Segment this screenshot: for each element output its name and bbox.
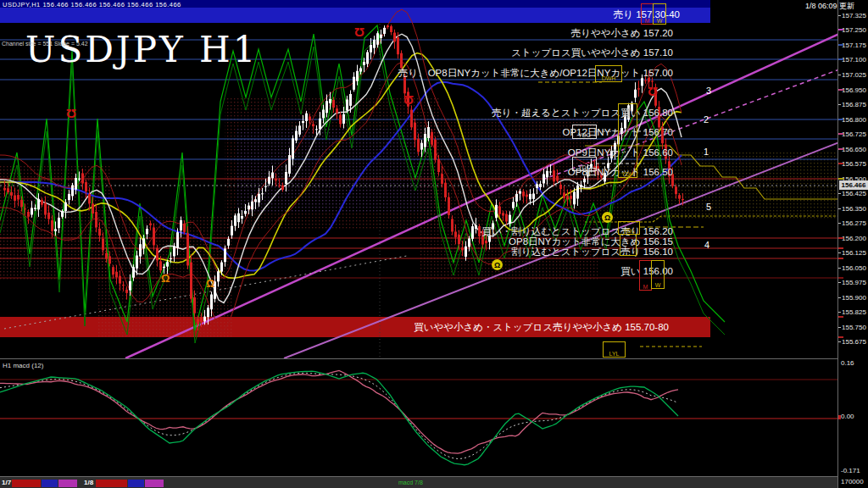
price-tick-label: 155.750 [842, 324, 866, 331]
indicator-name-label: H1 macd (12) [3, 362, 43, 369]
macd-scale-zero: 0.00 [841, 413, 854, 420]
price-tick-label: 156.650 [842, 146, 866, 153]
price-tick-mark [838, 208, 841, 209]
macd-zero-mark [838, 415, 841, 419]
price-tick-label: 156.875 [842, 101, 866, 108]
price-tick-label: 157.025 [842, 71, 866, 79]
price-tick-mark [838, 223, 841, 224]
price-tick-label: 157.325 [842, 12, 866, 19]
price-tick-mark [838, 341, 841, 342]
price-tick-label: 156.050 [842, 264, 866, 272]
wave-count-number: 3 [706, 86, 711, 96]
level-annotation: 割り込むとストップロス売り 156.10 [511, 246, 673, 258]
price-tick-label: 155.825 [842, 308, 866, 316]
price-tick-label: 156.350 [842, 205, 866, 213]
chart-watermark: USDJPY H1 [25, 29, 258, 70]
last-updated-label: 1/8 06:09 更新 [805, 1, 854, 12]
buy-zone-label: 買いやや小さめ・ストップロス売りやや小さめ 155.70-80 [414, 321, 669, 334]
pattern-marker-icon: Ω [206, 277, 214, 290]
pattern-marker-icon: Ω [492, 259, 503, 270]
level-color-mark [838, 316, 843, 318]
price-tick-mark [838, 104, 841, 105]
level-color-mark [838, 163, 843, 164]
footer-note: macd 7/8 [398, 480, 423, 485]
price-tick-label: 156.800 [842, 116, 866, 124]
price-tick-label: 155.900 [842, 294, 866, 302]
symbol-status-line: USDJPY,H1 156.466 156.466 156.466 156.46… [3, 1, 181, 8]
price-tick-mark [838, 297, 841, 298]
reference-level-box: W [651, 260, 665, 289]
macd-subwindow[interactable]: H1 macd (12) [0, 358, 837, 476]
price-tick-label: 156.725 [842, 130, 866, 138]
price-tick-mark [838, 15, 841, 16]
level-color-mark [838, 247, 843, 249]
session-color-segment [58, 480, 77, 487]
level-color-mark [838, 133, 843, 135]
level-color-mark [838, 148, 843, 150]
pattern-marker-icon: Ω [403, 93, 414, 108]
session-color-segment [96, 480, 127, 487]
level-color-mark [838, 44, 843, 46]
price-tick-mark [838, 327, 841, 328]
corner-value-label: 170000 [841, 478, 864, 485]
footer-date-label: 1/8 [84, 479, 93, 486]
mt4-chart-window: USDJPY,H1 156.466 156.466 156.466 156.46… [0, 0, 868, 488]
price-axis[interactable]: 156.466 0.16 0.00 -0.171 170000 157.3251… [837, 0, 868, 488]
level-color-mark [838, 178, 843, 180]
reference-level-box: W [653, 3, 666, 25]
footer-date-label: 1/7 [2, 479, 11, 486]
price-tick-label: 157.175 [842, 42, 866, 49]
reference-level-box: M [639, 260, 652, 291]
main-chart-area[interactable]: USDJPY,H1 156.466 156.466 156.466 156.46… [0, 0, 837, 358]
wave-count-number: 4 [704, 240, 709, 250]
price-tick-mark [838, 312, 841, 313]
level-color-mark [838, 58, 843, 60]
reference-level-box: YDL [618, 221, 640, 235]
level-color-mark [838, 336, 843, 338]
price-tick-label: 156.425 [842, 190, 866, 197]
level-color-mark [838, 119, 843, 120]
price-tick-mark [838, 268, 841, 269]
channel-info-label: Channel size = 551 Slope = 5.42 [2, 41, 88, 47]
session-color-segment [42, 480, 58, 487]
price-tick-mark [838, 75, 841, 75]
macd-scale-max: 0.16 [841, 359, 854, 367]
level-annotation: 売りやや小さめ 157.20 [571, 27, 673, 40]
price-tick-label: 157.250 [842, 26, 866, 34]
current-price-box: 156.466 [839, 180, 868, 190]
pattern-marker-icon: Ω [161, 272, 170, 285]
price-tick-label: 156.575 [842, 160, 866, 168]
price-tick-label: 156.200 [842, 235, 866, 242]
price-tick-mark [838, 193, 841, 194]
price-tick-label: 156.125 [842, 249, 866, 257]
pattern-marker-icon: Ω [354, 25, 364, 40]
session-color-segment [128, 480, 144, 487]
reference-level-box: M [641, 3, 654, 25]
price-tick-mark [838, 252, 841, 253]
pattern-marker-icon: Ω [602, 212, 613, 223]
pattern-marker-icon: Ω [66, 107, 76, 121]
level-annotation: 売り・超えるとストップロス買い 156.80 [492, 107, 673, 119]
price-tick-label: 155.975 [842, 279, 866, 286]
reference-level-box [620, 234, 637, 256]
level-annotation: 売り、OP8日NYカット非常に大きめ/OP12日NYカット 157.00 [398, 67, 673, 80]
level-color-mark [838, 277, 843, 279]
price-tick-label: 156.275 [842, 219, 866, 227]
macd-canvas [0, 359, 837, 475]
price-tick-label: 156.950 [842, 86, 866, 94]
level-color-mark [838, 29, 843, 30]
session-color-segment [145, 480, 164, 487]
price-tick-label: 155.675 [842, 338, 866, 346]
wave-count-number: 2 [704, 114, 709, 125]
session-color-segment [12, 480, 41, 487]
price-tick-label: 157.100 [842, 56, 866, 64]
macd-scale-min: -0.171 [841, 467, 860, 474]
level-color-mark [838, 258, 843, 259]
reference-level-box: YDO [572, 157, 597, 171]
reference-level-box: YDH [618, 103, 637, 178]
reference-level-box: DWH [595, 65, 622, 82]
reference-level-box: LYL [603, 341, 626, 358]
timeline-scrollbar[interactable]: macd 7/8 1/71/8 [0, 476, 837, 488]
level-annotation: ストップロス買いやや小さめ 157.10 [511, 47, 673, 59]
level-color-mark [838, 237, 843, 239]
